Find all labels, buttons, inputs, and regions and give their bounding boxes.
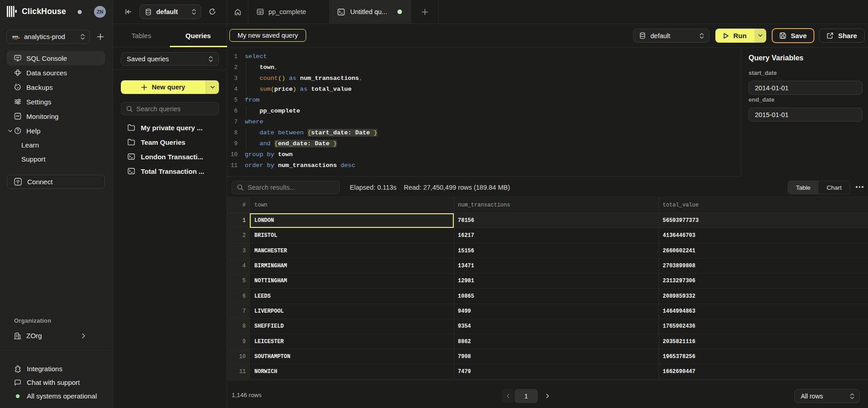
svg-text:aws: aws (12, 35, 18, 38)
